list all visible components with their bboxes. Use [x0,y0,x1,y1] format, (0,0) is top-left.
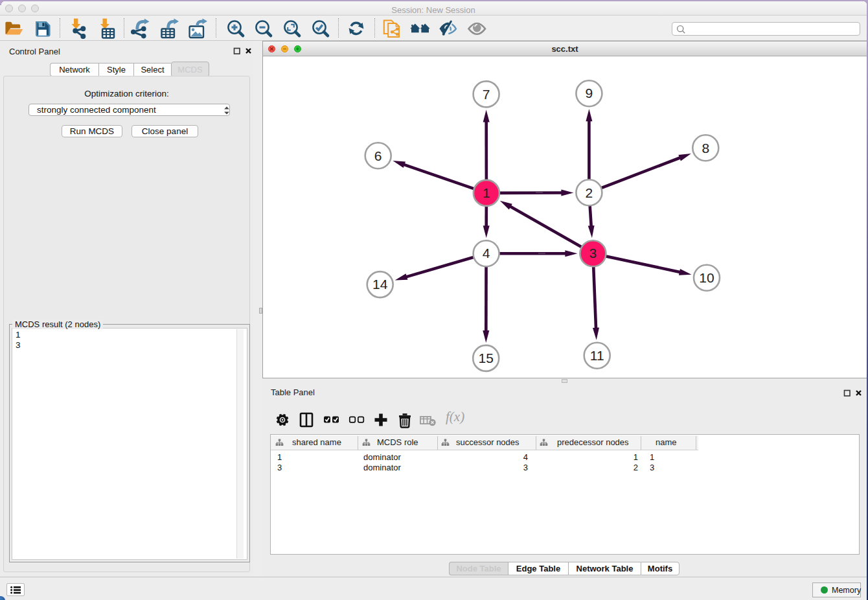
svg-text:1: 1 [483,185,490,200]
svg-text:11: 11 [590,348,604,363]
svg-text:2: 2 [586,185,593,200]
svg-text:6: 6 [374,148,382,163]
svg-text:3: 3 [589,246,597,260]
svg-text:8: 8 [702,141,709,156]
svg-text:4: 4 [483,246,490,260]
svg-text:10: 10 [699,270,714,285]
svg-text:9: 9 [586,86,593,100]
svg-text:7: 7 [483,87,490,102]
svg-text:14: 14 [372,277,388,292]
svg-text:15: 15 [479,351,494,365]
